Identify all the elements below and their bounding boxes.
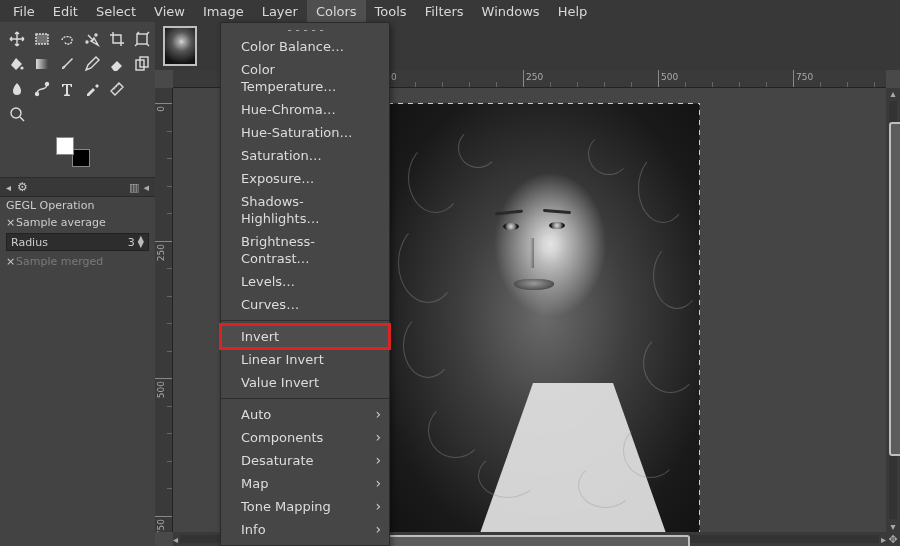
menu-windows[interactable]: Windows: [473, 0, 549, 22]
menu-separator: [221, 320, 389, 321]
tool-options-tab-icon[interactable]: ⚙: [17, 180, 28, 194]
svg-point-2: [86, 41, 88, 43]
fuzzy-select-tool-icon[interactable]: [81, 28, 103, 50]
menu-bar: FileEditSelectViewImageLayerColorsToolsF…: [0, 0, 900, 22]
vertical-scrollbar[interactable]: ▴ ▾: [886, 88, 900, 532]
bucket-fill-tool-icon[interactable]: [6, 53, 28, 75]
menu-separator: [221, 398, 389, 399]
svg-point-8: [36, 93, 39, 96]
svg-rect-3: [137, 34, 147, 44]
eraser-tool-icon[interactable]: [106, 53, 128, 75]
menu-item-map[interactable]: Map: [221, 472, 389, 495]
navigation-preview-icon[interactable]: ✥: [886, 532, 900, 546]
sample-merged-row[interactable]: × Sample merged: [0, 253, 155, 270]
menu-item-saturation[interactable]: Saturation…: [221, 144, 389, 167]
rect-select-tool-icon[interactable]: [31, 28, 53, 50]
sample-merged-label: Sample merged: [16, 255, 103, 268]
menu-item-color-temperature[interactable]: Color Temperature…: [221, 58, 389, 98]
smudge-tool-icon[interactable]: [6, 78, 28, 100]
svg-rect-0: [36, 34, 48, 44]
tool-options-tab-bar: ◂ ⚙ ▥ ◂: [0, 177, 155, 197]
move-tool-icon[interactable]: [6, 28, 28, 50]
menu-tear-off-icon[interactable]: ╶╶╶╶╶: [221, 27, 389, 35]
vertical-ruler: 0250500750: [155, 88, 173, 532]
menu-edit[interactable]: Edit: [44, 0, 87, 22]
colors-menu-dropdown: ╶╶╶╶╶ Color Balance…Color Temperature…Hu…: [220, 22, 390, 546]
menu-select[interactable]: Select: [87, 0, 145, 22]
menu-image[interactable]: Image: [194, 0, 253, 22]
menu-item-auto[interactable]: Auto: [221, 403, 389, 426]
transform-tool-icon[interactable]: [131, 28, 153, 50]
fg-color-swatch[interactable]: [56, 137, 74, 155]
menu-item-curves[interactable]: Curves…: [221, 293, 389, 316]
menu-item-linear-invert[interactable]: Linear Invert: [221, 348, 389, 371]
menu-item-hue-chroma[interactable]: Hue-Chroma…: [221, 98, 389, 121]
radius-field[interactable]: Radius 3 ▲▼: [6, 233, 149, 251]
canvas-image: [388, 103, 700, 532]
path-tool-icon[interactable]: [31, 78, 53, 100]
sample-average-row[interactable]: × Sample average: [0, 214, 155, 231]
menu-tools[interactable]: Tools: [366, 0, 416, 22]
svg-point-1: [95, 34, 97, 36]
close-icon[interactable]: ×: [6, 216, 16, 229]
sidebar: ◂ ⚙ ▥ ◂ GEGL Operation × Sample average …: [0, 22, 155, 546]
svg-point-9: [46, 83, 49, 86]
color-picker-tool-icon[interactable]: [81, 78, 103, 100]
svg-rect-5: [36, 59, 48, 69]
bg-color-swatch[interactable]: [72, 149, 90, 167]
menu-item-value-invert[interactable]: Value Invert: [221, 371, 389, 394]
menu-file[interactable]: File: [4, 0, 44, 22]
menu-item-desaturate[interactable]: Desaturate: [221, 449, 389, 472]
configure-tab-icon[interactable]: ▥: [129, 181, 139, 194]
menu-item-color-balance[interactable]: Color Balance…: [221, 35, 389, 58]
scroll-up-icon[interactable]: ▴: [890, 88, 895, 99]
menu-item-hue-saturation[interactable]: Hue-Saturation…: [221, 121, 389, 144]
close-icon[interactable]: ×: [6, 255, 16, 268]
menu-item-tone-mapping[interactable]: Tone Mapping: [221, 495, 389, 518]
menu-colors[interactable]: Colors: [307, 0, 366, 22]
menu-filters[interactable]: Filters: [416, 0, 473, 22]
zoom-tool-icon[interactable]: [6, 103, 28, 125]
pencil-tool-icon[interactable]: [81, 53, 103, 75]
tab-menu-icon[interactable]: ◂: [143, 181, 149, 194]
menu-help[interactable]: Help: [549, 0, 597, 22]
menu-item-components[interactable]: Components: [221, 426, 389, 449]
paintbrush-tool-icon[interactable]: [56, 53, 78, 75]
scroll-down-icon[interactable]: ▾: [890, 521, 895, 532]
svg-point-10: [11, 108, 21, 118]
crop-tool-icon[interactable]: [106, 28, 128, 50]
radius-label: Radius: [11, 236, 48, 249]
free-select-tool-icon[interactable]: [56, 28, 78, 50]
scroll-left-icon[interactable]: ◂: [173, 534, 178, 545]
menu-item-info[interactable]: Info: [221, 518, 389, 541]
measure-tool-icon[interactable]: [106, 78, 128, 100]
menu-view[interactable]: View: [145, 0, 194, 22]
scrollbar-thumb[interactable]: [889, 122, 900, 456]
radius-value: 3: [128, 236, 135, 249]
image-tab-thumbnail[interactable]: [163, 26, 197, 66]
menu-item-levels[interactable]: Levels…: [221, 270, 389, 293]
svg-point-4: [20, 66, 23, 69]
text-tool-icon[interactable]: [56, 78, 78, 100]
sample-average-label: Sample average: [16, 216, 106, 229]
menu-item-brightness-contrast[interactable]: Brightness-Contrast…: [221, 230, 389, 270]
gradient-tool-icon[interactable]: [31, 53, 53, 75]
menu-item-exposure[interactable]: Exposure…: [221, 167, 389, 190]
toolbox: [0, 22, 155, 127]
color-swatches[interactable]: [56, 137, 90, 167]
tool-options-title: GEGL Operation: [0, 197, 155, 214]
menu-layer[interactable]: Layer: [253, 0, 307, 22]
clone-tool-icon[interactable]: [131, 53, 153, 75]
spinner-icon[interactable]: ▲▼: [138, 236, 144, 248]
menu-item-invert[interactable]: Invert: [221, 325, 389, 348]
menu-item-shadows-highlights[interactable]: Shadows-Highlights…: [221, 190, 389, 230]
collapse-icon[interactable]: ◂: [6, 182, 11, 193]
